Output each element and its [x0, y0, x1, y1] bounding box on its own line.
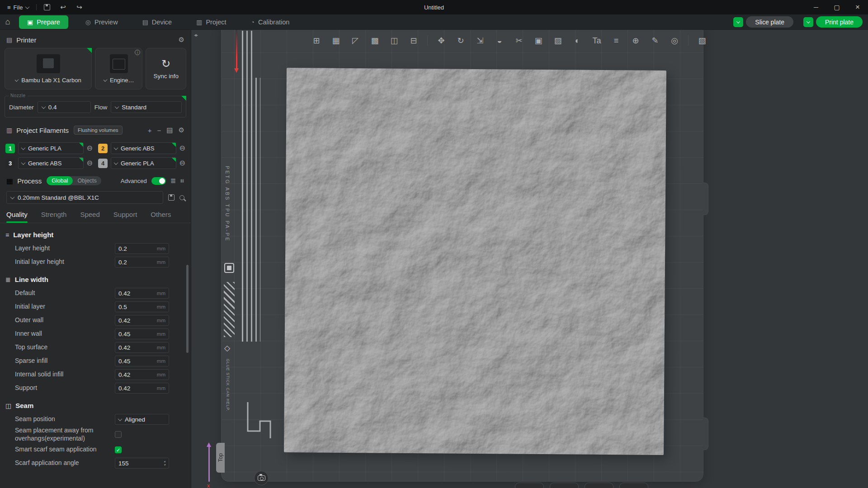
- maximize-button[interactable]: ▢: [826, 0, 847, 14]
- setting-input[interactable]: 0.45mm: [115, 356, 169, 366]
- viewport-bottom-button[interactable]: [585, 483, 613, 488]
- nozzle-flow-select[interactable]: Standard: [111, 101, 182, 113]
- variable-layer-height-icon[interactable]: ≡: [609, 33, 624, 48]
- checkbox[interactable]: [115, 431, 122, 438]
- setting-input[interactable]: 0.2mm: [115, 243, 169, 254]
- spinner-arrows[interactable]: ▴▾: [164, 460, 165, 466]
- terrain-model[interactable]: [284, 68, 666, 455]
- split-parts-icon[interactable]: ⊟: [406, 33, 421, 48]
- close-button[interactable]: ×: [847, 0, 868, 14]
- setting-input[interactable]: 0.42mm: [115, 288, 169, 299]
- tab-quality[interactable]: Quality: [6, 211, 28, 223]
- ams-icon[interactable]: ▤: [166, 126, 173, 134]
- save-preset-icon[interactable]: [168, 194, 175, 201]
- add-model-icon[interactable]: ⊞: [309, 33, 324, 48]
- split-objects-icon[interactable]: ◫: [387, 33, 402, 48]
- printer-settings-gear-icon[interactable]: ⚙: [179, 36, 184, 44]
- spinner-up-icon[interactable]: ▴: [164, 460, 165, 463]
- scale-icon[interactable]: ⇲: [472, 33, 488, 48]
- setting-input[interactable]: 0.5mm: [115, 301, 169, 312]
- undo-button[interactable]: ↩: [57, 2, 69, 12]
- bed-type-card[interactable]: i Engine…: [95, 48, 142, 89]
- viewport-bottom-button[interactable]: [619, 483, 648, 488]
- viewport-3d[interactable]: ◂▸ ⊞▦◸▩◫⊟✥↻⇲◒✂▣▨◐Ta≡⊕✎◎▧ PETG ABS TPU PA…: [191, 30, 868, 488]
- minimize-button[interactable]: ─: [806, 0, 826, 14]
- tab-support[interactable]: Support: [113, 211, 137, 223]
- filament-select[interactable]: Generic ABS: [111, 142, 176, 154]
- move-icon[interactable]: ✥: [434, 33, 449, 48]
- auto-orient-icon[interactable]: ◸: [348, 33, 363, 48]
- rotate-icon[interactable]: ↻: [453, 33, 468, 48]
- setting-input[interactable]: 0.42mm: [115, 369, 169, 380]
- filament-color-badge[interactable]: 3: [5, 159, 15, 168]
- seam-paint-icon[interactable]: ✎: [647, 33, 663, 48]
- filament-color-badge[interactable]: 2: [98, 144, 108, 153]
- setting-dropdown[interactable]: Aligned: [115, 414, 169, 425]
- filament-select[interactable]: Generic PLA: [111, 157, 176, 169]
- remove-filament-icon[interactable]: −: [157, 127, 161, 134]
- printer-select-card[interactable]: Bambu Lab X1 Carbon: [5, 48, 92, 89]
- print-options-dropdown[interactable]: [803, 17, 813, 27]
- filament-remove-icon[interactable]: ⊖: [87, 160, 93, 167]
- home-button[interactable]: ⌂: [0, 14, 15, 30]
- arrange-icon[interactable]: ▩: [367, 33, 382, 48]
- tab-prepare[interactable]: ▣ Prepare: [19, 15, 68, 29]
- scope-objects[interactable]: Objects: [73, 176, 101, 185]
- filament-select[interactable]: Generic ABS: [18, 157, 84, 169]
- support-paint-icon[interactable]: ▨: [550, 33, 566, 48]
- process-preset-select[interactable]: 0.20mm Standard @BBL X1C: [6, 191, 163, 204]
- parameter-list-icon[interactable]: ≣: [170, 177, 176, 185]
- slice-options-dropdown[interactable]: [733, 17, 743, 27]
- viewport-bottom-button[interactable]: [515, 483, 544, 488]
- filament-color-badge[interactable]: 1: [5, 144, 15, 153]
- spinner-down-icon[interactable]: ▾: [164, 463, 165, 467]
- setting-input[interactable]: 0.42mm: [115, 315, 169, 326]
- filament-settings-gear-icon[interactable]: ⚙: [179, 126, 184, 134]
- filament-remove-icon[interactable]: ⊖: [87, 145, 93, 152]
- slice-plate-button[interactable]: Slice plate: [746, 16, 793, 28]
- sidebar-collapse-handle[interactable]: ◂▸: [194, 32, 197, 38]
- filament-edit-corner[interactable]: [171, 142, 176, 147]
- clone-icon[interactable]: ▣: [531, 33, 546, 48]
- add-plate-icon[interactable]: ▦: [328, 33, 344, 48]
- tab-others[interactable]: Others: [151, 211, 171, 223]
- tab-device[interactable]: ▤ Device: [137, 14, 178, 30]
- measure-icon[interactable]: ◎: [667, 33, 682, 48]
- process-scope-toggle[interactable]: Global Objects: [47, 176, 101, 185]
- color-paint-icon[interactable]: ◐: [570, 33, 585, 48]
- file-menu[interactable]: ≡ File: [5, 2, 32, 13]
- sidebar-scrollbar[interactable]: [186, 265, 189, 353]
- viewport-bottom-button[interactable]: [550, 483, 579, 488]
- nozzle-diameter-select[interactable]: 0.4: [38, 101, 91, 113]
- scope-global[interactable]: Global: [47, 176, 73, 185]
- redo-button[interactable]: ↪: [74, 2, 85, 12]
- advanced-toggle[interactable]: [151, 177, 166, 185]
- filament-remove-icon[interactable]: ⊖: [179, 160, 185, 167]
- filament-edit-corner[interactable]: [171, 157, 176, 162]
- mesh-boolean-icon[interactable]: ⊕: [628, 33, 643, 48]
- search-icon[interactable]: [179, 195, 184, 200]
- setting-input[interactable]: 0.42mm: [115, 383, 169, 394]
- filament-remove-icon[interactable]: ⊖: [179, 145, 185, 152]
- setting-input[interactable]: 0.42mm: [115, 342, 169, 353]
- tab-speed[interactable]: Speed: [80, 211, 99, 223]
- tab-strength[interactable]: Strength: [41, 211, 67, 223]
- camera-view-button[interactable]: [254, 471, 269, 485]
- printer-edit-corner[interactable]: [87, 48, 92, 53]
- flatten-icon[interactable]: ◒: [492, 33, 507, 48]
- filament-edit-corner[interactable]: [79, 157, 84, 162]
- add-filament-icon[interactable]: +: [148, 127, 152, 134]
- cut-icon[interactable]: ✂: [511, 33, 527, 48]
- filament-edit-corner[interactable]: [79, 142, 84, 147]
- print-plate-button[interactable]: Print plate: [816, 16, 863, 28]
- setting-input[interactable]: 0.2mm: [115, 257, 169, 267]
- nozzle-edit-corner[interactable]: [181, 96, 186, 101]
- info-icon[interactable]: i: [135, 50, 140, 55]
- checkbox[interactable]: ✓: [115, 446, 122, 453]
- flushing-volumes-button[interactable]: Flushing volumes: [74, 126, 122, 135]
- tab-project[interactable]: ▥ Project: [191, 14, 231, 30]
- filament-select[interactable]: Generic PLA: [18, 142, 84, 154]
- setting-input[interactable]: 155▴▾: [115, 458, 169, 469]
- setting-input[interactable]: 0.45mm: [115, 328, 169, 339]
- tab-calibration[interactable]: ◔ Calibration: [245, 14, 295, 30]
